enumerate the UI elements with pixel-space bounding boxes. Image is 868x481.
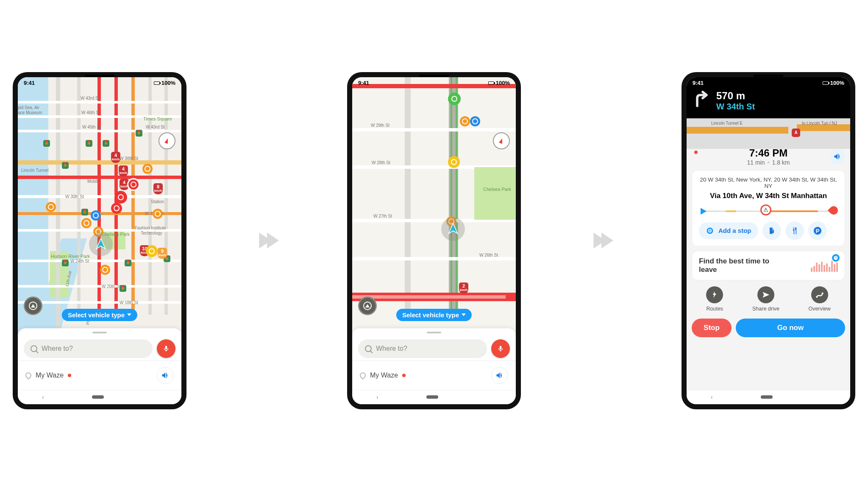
nav-home-button[interactable] [761,395,773,399]
food-icon [790,227,799,235]
traffic-light-icon [103,140,109,147]
overview-button[interactable]: Overview [809,286,831,312]
hazard-icon: ⚠ [760,204,771,215]
sound-button[interactable] [830,149,845,164]
wazer-icon [153,209,163,219]
current-location-icon [441,217,465,241]
police-icon [91,210,101,221]
gas-button[interactable] [762,221,781,240]
nav-home-button[interactable] [426,395,438,399]
svg-text:P: P [815,227,819,234]
vehicle-type-chip[interactable]: Select vehicle type [396,309,472,321]
grab-handle[interactable] [427,332,441,333]
overview-icon [811,286,828,303]
pin-icon [24,371,33,380]
map-view[interactable]: W 29th St W 28th St W 27th St W 26th St … [352,77,516,390]
traffic-light-icon [120,285,126,292]
vehicle-type-chip[interactable]: Select vehicle type [62,309,137,321]
flow-arrow-icon [590,229,613,252]
wazer-icon [448,156,460,168]
routes-icon [706,286,723,303]
current-location-icon [89,232,113,256]
phone-1: 9:41 100% [13,72,186,409]
status-battery: 100% [161,80,175,86]
add-stop-button[interactable]: Add a stop [699,222,758,239]
traffic-light-icon [43,140,50,147]
traffic-light-icon [62,260,69,266]
nav-recent-button[interactable] [487,394,492,400]
voice-search-button[interactable] [157,339,175,358]
compass-button[interactable] [159,132,175,149]
parking-icon: P [813,226,822,235]
status-time: 9:41 [693,80,704,86]
wazer-icon [100,265,110,275]
nav-back-button[interactable]: ‹ [711,394,712,400]
best-time-card[interactable]: Find the best time to leave [692,251,845,280]
share-icon [757,286,774,303]
add-stop-icon [706,227,714,235]
food-button[interactable] [785,221,804,240]
share-drive-button[interactable]: Share drive [752,286,779,312]
nav-back-button[interactable]: ‹ [42,394,44,400]
search-placeholder: Where to? [42,345,73,352]
android-navbar: ‹ [687,390,850,404]
best-time-label: Find the best time to leave [699,257,779,274]
speaker-icon [495,371,504,380]
speed-badge: 2km/h [459,282,468,294]
compass-button[interactable] [493,132,510,149]
grab-handle[interactable] [92,332,107,333]
mywaze-label[interactable]: My Waze [36,372,64,379]
hazard-icon [111,203,122,214]
map-view[interactable]: W 43rd St W 46th St W 45th St W 43rd St … [18,77,181,390]
eta-time: 7:46 PM [749,147,788,159]
search-input[interactable]: Where to? [24,339,153,358]
nav-home-button[interactable] [92,395,104,399]
search-icon [365,345,372,352]
phone-2: 9:41 100% W 29th St W 28th St W 27th St … [347,72,521,409]
vehicle-type-label: Select vehicle type [68,311,125,319]
route-start-icon [701,208,707,215]
mywaze-label[interactable]: My Waze [370,372,398,379]
go-now-button[interactable]: Go now [736,319,845,337]
mic-icon [162,345,170,352]
nav-back-button[interactable]: ‹ [377,394,378,400]
wazer-icon [448,92,461,105]
speed-badge: 4km/h [119,165,128,176]
action-row: Routes Share drive Overview [692,286,845,312]
voice-search-button[interactable] [491,339,510,358]
traffic-light-icon [81,209,88,215]
wazer-icon [146,245,158,257]
sound-button[interactable] [491,367,508,384]
bottom-sheet[interactable]: Where to? My Waze [18,328,181,390]
svg-point-5 [816,296,818,297]
turn-right-icon [693,90,711,111]
routes-button[interactable]: Routes [706,286,723,312]
speaker-icon [161,371,170,380]
recenter-button[interactable] [24,296,42,315]
sound-button[interactable] [157,367,174,384]
stop-button[interactable]: Stop [692,319,732,337]
wazer-icon [142,164,153,174]
svg-point-6 [821,292,823,294]
parking-button[interactable]: P [808,221,827,240]
route-progress-bar: ⚠ [701,210,835,213]
nav-distance: 570 m [716,90,755,102]
search-input[interactable]: Where to? [358,339,487,358]
bottom-sheet[interactable]: Where to? My Waze [352,328,516,390]
recenter-button[interactable] [358,296,377,315]
recording-dot [694,151,698,154]
nav-recent-button[interactable] [152,394,157,400]
route-via: Via 10th Ave, W 34th St Manhattan [699,192,838,200]
chevron-down-icon [127,313,131,316]
map-preview[interactable]: Lincoln Tunnel E to Lincoln Tun / NJ A [687,118,850,149]
time-histogram [811,259,838,272]
traffic-light-icon [136,130,142,137]
status-time: 9:41 [358,80,369,86]
nav-recent-button[interactable] [821,394,826,400]
notification-dot [68,374,71,377]
eta-distance: 1.8 km [772,159,790,166]
destination-address: 20 W 34th St, New York, NY, 20 W 34th St… [699,176,838,189]
android-navbar: ‹ [352,390,516,404]
status-time: 9:41 [24,80,35,86]
route-panel[interactable]: 7:46 PM 11 min • 1.8 km 20 W 34th St, Ne… [687,143,850,390]
